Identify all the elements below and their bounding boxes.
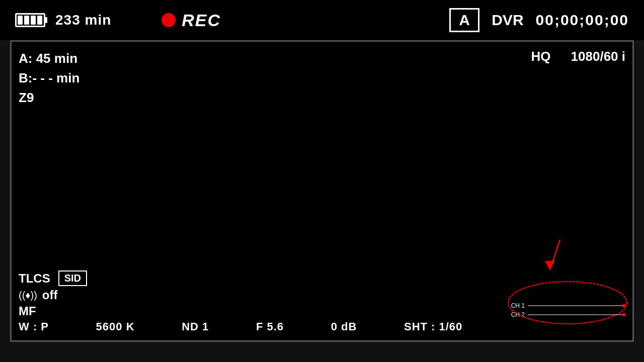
audio-panel: CH 1 CH 2 xyxy=(510,302,625,320)
annotation-circle xyxy=(505,275,630,325)
annotation-arrow xyxy=(535,240,575,280)
battery-time: 233 min xyxy=(55,12,111,28)
battery-bar-2 xyxy=(24,16,29,25)
top-bar: 233 min REC A DVR 00;00;00;00 xyxy=(0,0,644,40)
rec-indicator-dot xyxy=(162,13,176,27)
rec-label: REC xyxy=(182,11,221,30)
slot-info: A: 45 min B:- - - min Z9 xyxy=(19,49,79,108)
camera-model: Z9 xyxy=(19,88,79,108)
quality-label: HQ xyxy=(531,49,551,64)
off-label: off xyxy=(42,288,58,302)
svg-point-0 xyxy=(508,282,627,324)
timecode-display: 00;00;00;00 xyxy=(536,12,629,29)
channel-box: A xyxy=(449,8,479,32)
ch2-meter-line xyxy=(528,315,625,315)
slot-a-time: A: 45 min xyxy=(19,49,79,68)
ch1-meter-line xyxy=(528,306,625,306)
gain-param: 0 dB xyxy=(331,320,357,333)
svg-marker-2 xyxy=(545,261,555,270)
ch1-meter xyxy=(528,304,625,307)
stabilizer-icon: ((♦)) xyxy=(19,290,37,301)
slot-b-time: B:- - - min xyxy=(19,68,79,88)
battery-indicator xyxy=(15,13,45,27)
battery-bar-4 xyxy=(37,16,42,25)
battery-bar-3 xyxy=(31,16,36,25)
ch2-meter xyxy=(528,313,625,316)
tlcs-label: TLCS xyxy=(19,272,50,286)
nd-param: ND 1 xyxy=(182,320,209,333)
ch1-peak-dot xyxy=(622,304,625,307)
sid-box: SID xyxy=(58,270,87,286)
main-viewport: A: 45 min B:- - - min Z9 HQ 1080/60 i TL… xyxy=(10,40,634,342)
battery-bar-1 xyxy=(18,16,23,25)
dvr-label: DVR xyxy=(492,12,523,29)
recording-quality-info: HQ 1080/60 i xyxy=(531,49,625,64)
rec-group: REC xyxy=(162,11,221,30)
ch2-peak-dot xyxy=(622,313,625,316)
resolution-label: 1080/60 i xyxy=(571,49,625,64)
aperture-param: F 5.6 xyxy=(256,320,284,333)
color-temp-param: 5600 K xyxy=(96,320,135,333)
right-section: A DVR 00;00;00;00 xyxy=(449,8,629,32)
white-balance-param: W : P xyxy=(19,320,49,333)
battery-body xyxy=(15,13,45,27)
shutter-param: SHT : 1/60 xyxy=(404,320,462,333)
